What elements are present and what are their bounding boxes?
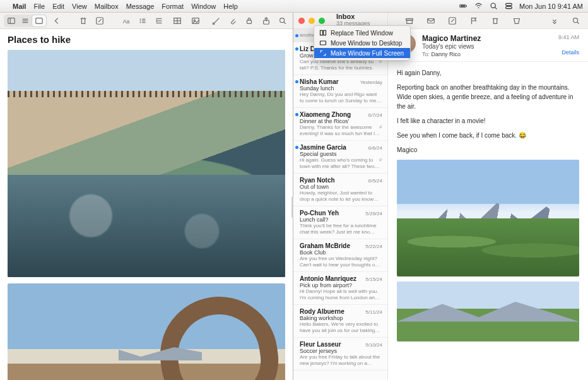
unread-dot-icon xyxy=(295,47,298,50)
share-icon[interactable] xyxy=(259,15,272,27)
font-icon[interactable]: Aa xyxy=(119,15,132,27)
header-subject: Today's epic views xyxy=(422,43,552,50)
message-subject: Lunch call? xyxy=(300,217,382,223)
svg-rect-38 xyxy=(320,30,323,35)
close-window-button[interactable] xyxy=(298,18,305,24)
photo-icon[interactable] xyxy=(189,15,202,27)
svg-rect-39 xyxy=(324,30,326,35)
svg-point-36 xyxy=(280,18,285,22)
junk-icon[interactable] xyxy=(510,15,524,27)
attach-icon[interactable] xyxy=(226,15,239,27)
menu-move-desktop[interactable]: Move Window to Desktop xyxy=(314,38,410,48)
message-preview: Hi again. Guess who's coming to town wit… xyxy=(300,157,382,170)
menu-help[interactable]: Help xyxy=(223,3,238,10)
message-sender: Nisha Kumar xyxy=(300,78,339,85)
svg-point-4 xyxy=(491,3,495,8)
svg-rect-8 xyxy=(8,18,15,23)
message-preview: Hello Bakers, We're very excited to have… xyxy=(300,321,382,334)
bullets-icon[interactable] xyxy=(136,15,149,27)
envelope-icon[interactable] xyxy=(424,15,438,27)
indent-icon[interactable] xyxy=(153,15,165,27)
attachment-icon xyxy=(378,120,383,131)
list-icon[interactable] xyxy=(18,15,32,27)
svg-rect-2 xyxy=(460,5,465,6)
message-sender: Ryan Notch xyxy=(300,177,335,184)
unread-dot-icon xyxy=(295,80,298,83)
menu-window[interactable]: Window xyxy=(191,3,216,10)
spotlight-icon[interactable] xyxy=(489,2,498,11)
message-body[interactable]: Hi again Danny, Reporting back on anothe… xyxy=(388,62,588,380)
photo-creek[interactable] xyxy=(8,50,285,277)
svg-rect-6 xyxy=(505,3,512,5)
note-title[interactable]: Places to hike xyxy=(8,34,285,45)
body-greeting: Hi again Danny, xyxy=(397,68,579,78)
reader-toolbar xyxy=(388,13,588,29)
menu-view[interactable]: View xyxy=(72,3,87,10)
table-icon[interactable] xyxy=(169,15,185,27)
delete-icon[interactable] xyxy=(488,15,502,27)
mailbox-title: Inbox xyxy=(336,13,370,20)
search-icon[interactable] xyxy=(276,15,289,27)
menu-replace-tiled[interactable]: Replace Tiled Window xyxy=(314,28,410,38)
attached-photo-mountains-2[interactable] xyxy=(397,282,579,341)
menu-mail[interactable]: Mail xyxy=(13,3,26,10)
sidebar-toggle-segment[interactable] xyxy=(4,15,47,27)
more-icon[interactable] xyxy=(548,15,562,27)
photo-rock-arch[interactable] xyxy=(8,283,285,380)
message-row[interactable]: Antonio Manriquez5/15/24Pick up from air… xyxy=(293,272,387,305)
message-row[interactable]: Ryan Notch6/5/24Out of townHowdy, neighb… xyxy=(293,174,387,206)
svg-point-19 xyxy=(140,18,141,20)
compose-icon[interactable] xyxy=(93,15,106,27)
message-row[interactable]: Jasmine Garcia6/6/24Special guestsHi aga… xyxy=(293,141,387,174)
flag-icon[interactable] xyxy=(467,15,481,27)
message-row[interactable]: Nisha KumarYesterdaySunday lunchHey Dann… xyxy=(293,75,387,108)
back-icon[interactable] xyxy=(50,15,63,27)
message-sender: Jasmine Garcia xyxy=(300,144,346,151)
message-row[interactable]: Rody Albuerne5/11/24Baking workshopHello… xyxy=(293,305,387,338)
window-options-menu: Replace Tiled Window Move Window to Desk… xyxy=(314,25,411,61)
body-p1: Reporting back on another breathtaking d… xyxy=(397,83,579,111)
message-preview: Danny, Thanks for the awesome evening! I… xyxy=(300,124,382,137)
message-preview: Are you free Friday to talk about the ne… xyxy=(300,354,382,367)
minimize-window-button[interactable] xyxy=(309,18,315,24)
message-row[interactable]: Xiaomeng Zhong6/7/24Dinner at the Ricos'… xyxy=(293,108,387,141)
wifi-icon[interactable] xyxy=(474,2,483,11)
battery-icon[interactable] xyxy=(459,2,467,11)
body-p2: I felt like a character in a movie! xyxy=(397,116,579,126)
sidebar-icon[interactable] xyxy=(4,15,18,27)
archive-icon[interactable] xyxy=(403,15,416,27)
menu-format[interactable]: Format xyxy=(162,3,184,10)
menu-message[interactable]: Message xyxy=(126,3,155,10)
menu-file[interactable]: File xyxy=(33,3,45,10)
svg-point-47 xyxy=(573,18,578,22)
message-row[interactable]: Fleur Lasseur5/10/24Soccer jerseysAre yo… xyxy=(293,338,387,371)
menu-make-fullscreen[interactable]: Make Window Full Screen xyxy=(314,48,410,58)
message-preview: Are you free on Wednesday night? Can't w… xyxy=(300,256,382,268)
svg-text:Aa: Aa xyxy=(122,18,129,24)
lock-dropdown-icon[interactable] xyxy=(243,15,256,27)
menubar-clock[interactable]: Mon Jun 10 9:41 AM xyxy=(519,3,583,10)
reader-search-icon[interactable] xyxy=(569,15,583,27)
attached-photo-mountains-1[interactable] xyxy=(397,160,579,276)
svg-rect-40 xyxy=(320,41,326,45)
svg-rect-34 xyxy=(247,20,252,23)
header-from[interactable]: Magico Martinez xyxy=(422,34,552,43)
gallery-icon[interactable] xyxy=(32,15,46,27)
message-sender: Po-Chun Yeh xyxy=(300,210,339,217)
message-row[interactable]: Graham McBride5/22/24Book ClubAre you fr… xyxy=(293,239,387,272)
header-details-link[interactable]: Details xyxy=(558,49,579,56)
fullscreen-window-button[interactable] xyxy=(319,18,325,24)
unread-dot-icon xyxy=(295,146,298,149)
message-sender: Xiaomeng Zhong xyxy=(300,111,351,118)
compose-new-icon[interactable] xyxy=(445,15,459,27)
message-row[interactable]: Po-Chun Yeh5/29/24Lunch call?Think you'l… xyxy=(293,206,387,239)
menu-mailbox[interactable]: Mailbox xyxy=(95,3,119,10)
left-toolbar: Aa xyxy=(0,13,293,29)
unread-dot-icon xyxy=(295,113,298,116)
control-center-icon[interactable] xyxy=(504,2,513,11)
markup-icon[interactable] xyxy=(210,15,223,27)
menu-edit[interactable]: Edit xyxy=(52,3,64,10)
message-reader: Magico Martinez Today's epic views To: D… xyxy=(388,13,588,380)
svg-rect-13 xyxy=(36,18,43,23)
trash-icon[interactable] xyxy=(77,15,90,27)
